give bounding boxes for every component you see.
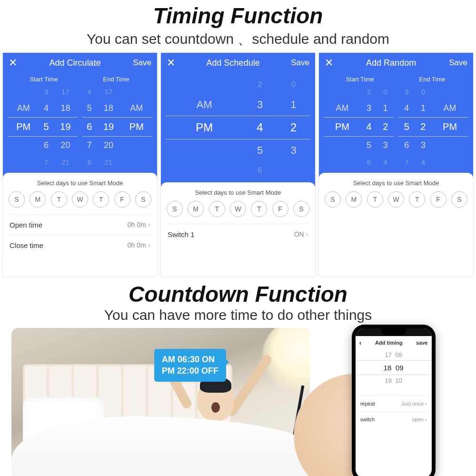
countdown-subtitle: You can have more time to do other thing… (0, 307, 476, 323)
day-selector: S M T W T F S (167, 201, 309, 217)
timing-subtitle: You can set countdown 、schedule and rand… (0, 30, 476, 49)
day-toggle[interactable]: S (135, 191, 151, 208)
day-toggle[interactable]: M (30, 191, 46, 208)
switch-label: Switch 1 (168, 230, 195, 238)
card-random: ✕ Add Random Save Start Time End Time 20… (319, 53, 473, 277)
card-title: Add Schedule (175, 58, 291, 68)
day-selector: S M T W T F S (325, 191, 467, 208)
day-toggle[interactable]: S (451, 191, 467, 208)
day-selector: S M T W T F S (9, 191, 151, 208)
day-toggle[interactable]: W (72, 191, 88, 208)
start-time-label: Start Time (8, 76, 80, 83)
days-caption: Select days to use Smart Mode (167, 189, 309, 196)
save-button[interactable]: Save (449, 58, 467, 68)
card-title: Add Circulate (17, 58, 133, 68)
open-time-row[interactable]: Open time 0h 0m› (9, 214, 151, 235)
day-toggle[interactable]: S (9, 191, 25, 208)
day-toggle[interactable]: F (430, 191, 446, 208)
day-toggle[interactable]: W (230, 201, 246, 217)
day-toggle[interactable]: T (93, 191, 109, 208)
day-toggle[interactable]: W (388, 191, 404, 208)
close-time-label: Close time (10, 241, 43, 249)
card-circulate: ✕ Add Circulate Save Start Time End Time… (3, 53, 157, 277)
day-toggle[interactable]: T (251, 201, 267, 217)
phone-save-button[interactable]: save (416, 340, 427, 346)
day-toggle[interactable]: S (325, 191, 341, 208)
chevron-right-icon: › (148, 241, 150, 249)
end-time-label: End Time (80, 76, 152, 83)
save-button[interactable]: Save (291, 58, 309, 68)
time-picker[interactable]: 20 AM31 PM42 53 64 30 41AM 52PM 63 74 (324, 84, 468, 170)
days-caption: Select days to use Smart Mode (325, 179, 467, 187)
switch-row[interactable]: Switch 1 ON› (167, 224, 309, 244)
phone-repeat-row[interactable]: repeat Just once › (356, 396, 432, 411)
card-schedule: ✕ Add Schedule Save 20 AM31 PM42 53 6 Se… (161, 53, 315, 277)
day-toggle[interactable]: T (409, 191, 425, 208)
chevron-right-icon: › (148, 220, 150, 229)
close-time-row[interactable]: Close time 0h 0m› (9, 235, 151, 255)
start-time-label: Start Time (324, 76, 396, 83)
close-icon[interactable]: ✕ (325, 58, 333, 68)
phone-switch-row[interactable]: switch open › (356, 411, 432, 427)
day-toggle[interactable]: M (188, 201, 204, 217)
day-toggle[interactable]: S (167, 201, 183, 217)
close-icon[interactable]: ✕ (9, 58, 17, 68)
day-toggle[interactable]: M (346, 191, 362, 208)
schedule-bubble: AM 06:30 ON PM 22:00 OFF (154, 349, 226, 382)
phone-mockup: ‹ Add timing save 17 08 18 09 19 10 repe… (322, 328, 465, 476)
time-picker[interactable]: 317 AM418 PM519 620 721 417 518AM 619PM … (8, 84, 152, 170)
end-time-label: End Time (396, 76, 468, 83)
card-title: Add Random (333, 58, 449, 68)
bedroom-illustration: AM 06:30 ON PM 22:00 OFF (11, 328, 310, 476)
day-toggle[interactable]: F (272, 201, 288, 217)
days-caption: Select days to use Smart Mode (9, 179, 151, 187)
phone-time-picker[interactable]: 17 08 18 09 19 10 (356, 349, 432, 386)
countdown-title: Countdown Function (0, 281, 476, 307)
day-toggle[interactable]: T (367, 191, 383, 208)
day-toggle[interactable]: T (209, 201, 225, 217)
phone-title: Add timing (375, 340, 402, 346)
back-icon[interactable]: ‹ (359, 339, 362, 347)
day-toggle[interactable]: S (293, 201, 309, 217)
chevron-right-icon: › (306, 230, 308, 238)
day-toggle[interactable]: T (51, 191, 67, 208)
save-button[interactable]: Save (133, 58, 151, 68)
close-icon[interactable]: ✕ (167, 58, 175, 68)
day-toggle[interactable]: F (114, 191, 130, 208)
open-time-label: Open time (10, 221, 42, 229)
time-picker[interactable]: 20 AM31 PM42 53 6 (166, 76, 310, 179)
timing-title: Timing Function (0, 0, 476, 29)
